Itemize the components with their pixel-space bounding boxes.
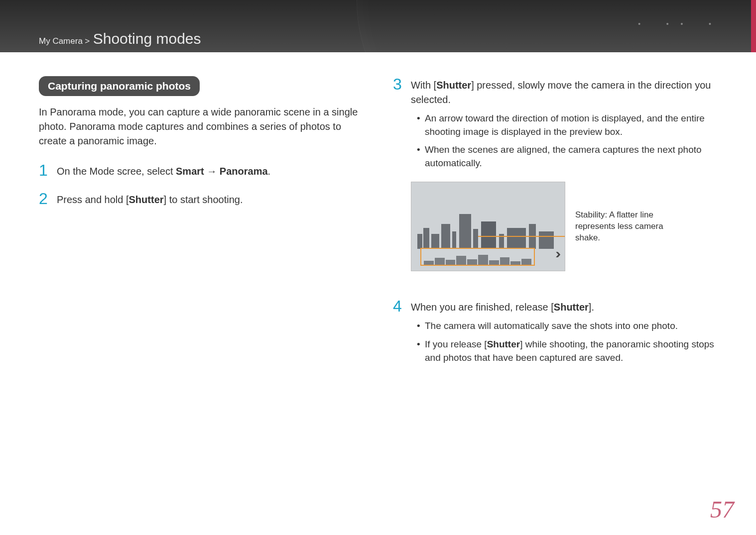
step-number: 3: [393, 76, 402, 286]
breadcrumb-separator: >: [85, 36, 90, 46]
figure-caption: Stability: A flatter line represents les…: [575, 210, 680, 244]
intro-paragraph: In Panorama mode, you can capture a wide…: [39, 105, 363, 148]
stability-indicator-line: [478, 236, 565, 237]
step-1: 1 On the Mode scree, select Smart → Pano…: [39, 162, 363, 179]
step-body: Press and hold [Shutter] to start shooti…: [57, 191, 363, 207]
accent-bar: [751, 0, 756, 52]
content-area: Capturing panoramic photos In Panorama m…: [0, 52, 756, 381]
right-column: 3 With [Shutter] pressed, slowly move th…: [393, 76, 717, 381]
step-4: 4 When you are finished, release [Shutte…: [393, 298, 717, 369]
step-body: With [Shutter] pressed, slowly move the …: [411, 76, 717, 286]
breadcrumb-current: Shooting modes: [93, 30, 201, 47]
step-4-bullets: The camera will automatically save the s…: [411, 320, 717, 364]
preview-strip: [420, 248, 535, 266]
page-header: • • • • My Camera > Shooting modes: [0, 0, 756, 52]
step-3: 3 With [Shutter] pressed, slowly move th…: [393, 76, 717, 286]
step-number: 2: [39, 191, 48, 207]
panorama-preview-image: ››: [411, 182, 565, 271]
direction-arrow-icon: ››: [555, 244, 557, 264]
step-body: On the Mode scree, select Smart → Panora…: [57, 162, 363, 179]
decor-dots: • • • •: [638, 20, 716, 28]
step-number: 1: [39, 162, 48, 179]
skyline-illustration: [417, 207, 559, 249]
bullet-item: The camera will automatically save the s…: [417, 320, 717, 333]
step-3-bullets: An arrow toward the direction of motion …: [411, 112, 717, 170]
panorama-figure: ›› Stability: A flatter line represents …: [411, 182, 717, 271]
bullet-item: An arrow toward the direction of motion …: [417, 112, 717, 138]
bullet-item: If you release [Shutter] while shooting,…: [417, 338, 717, 364]
bullet-item: When the scenes are aligned, the camera …: [417, 143, 717, 170]
left-column: Capturing panoramic photos In Panorama m…: [39, 76, 363, 381]
page-number: 57: [710, 496, 734, 523]
breadcrumb: My Camera > Shooting modes: [39, 30, 201, 47]
step-2: 2 Press and hold [Shutter] to start shoo…: [39, 191, 363, 207]
step-number: 4: [393, 298, 402, 369]
step-body: When you are finished, release [Shutter]…: [411, 298, 717, 369]
subsection-title: Capturing panoramic photos: [39, 76, 200, 96]
breadcrumb-parent: My Camera: [39, 36, 83, 46]
